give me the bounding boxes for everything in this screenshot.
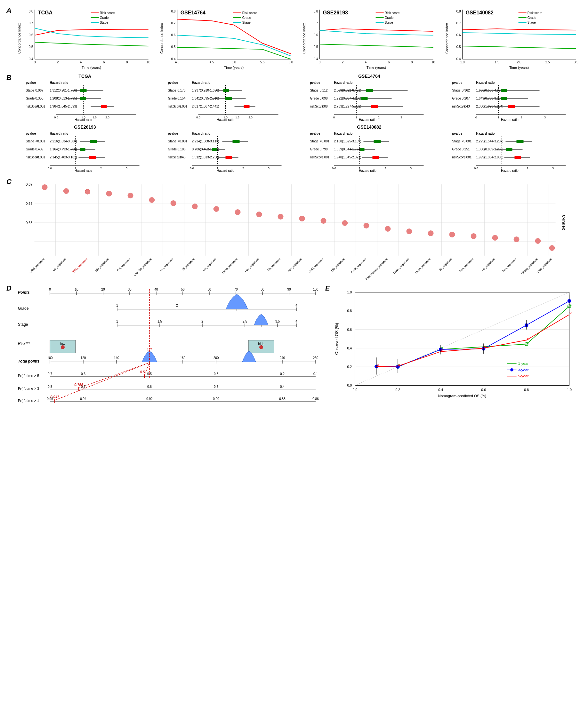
svg-text:1.0: 1.0 <box>460 61 464 64</box>
svg-text:4: 4 <box>365 61 367 64</box>
svg-text:0.6: 0.6 <box>147 385 152 388</box>
svg-text:1.0: 1.0 <box>347 290 352 294</box>
svg-text:2: 2 <box>100 167 102 170</box>
svg-text:3: 3 <box>268 167 270 170</box>
svg-text:0.8: 0.8 <box>29 9 33 13</box>
svg-text:0.7: 0.7 <box>456 21 461 25</box>
svg-rect-203 <box>89 156 96 159</box>
svg-text:Hazard ratio: Hazard ratio <box>75 118 92 121</box>
svg-text:Hazard ratio: Hazard ratio <box>359 118 376 121</box>
svg-text:0.0: 0.0 <box>347 383 352 387</box>
svg-text:Stage: Stage <box>310 140 318 143</box>
svg-text:3-year: 3-year <box>518 368 528 372</box>
svg-text:2.0: 2.0 <box>248 116 253 119</box>
svg-text:GSE14764: GSE14764 <box>181 10 206 15</box>
svg-text:2: 2 <box>384 167 386 170</box>
svg-text:Chaofen_signature: Chaofen_signature <box>133 257 152 277</box>
svg-text:0.5: 0.5 <box>214 385 218 388</box>
svg-text:Time (years): Time (years) <box>509 66 529 69</box>
svg-text:0.7: 0.7 <box>171 21 176 25</box>
svg-text:6: 6 <box>388 61 390 64</box>
svg-text:Hazard ratio: Hazard ratio <box>192 81 210 84</box>
svg-point-337 <box>492 235 498 241</box>
svg-text:Fei_signature: Fei_signature <box>116 257 131 272</box>
panel-de: D Points 0 10 20 30 40 <box>6 284 582 413</box>
svg-text:1.5: 1.5 <box>495 61 499 64</box>
svg-text:Cheng_signature: Cheng_signature <box>521 257 539 275</box>
svg-point-318 <box>85 189 90 194</box>
svg-text:Stage: Stage <box>452 140 461 143</box>
svg-text:1.5: 1.5 <box>235 116 239 119</box>
svg-text:Jin_signature: Jin_signature <box>438 257 453 272</box>
panel-a: A Concordance Index 0.4 0.5 0.6 0.7 0.8 <box>6 6 582 70</box>
svg-text:Stage: Stage <box>100 21 108 24</box>
svg-text:0.8: 0.8 <box>456 9 461 13</box>
svg-text:Hazard ratio: Hazard ratio <box>217 118 234 121</box>
panel-c: C <box>6 177 582 281</box>
svg-text:pvalue: pvalue <box>310 81 320 84</box>
svg-text:0: 0 <box>475 116 477 119</box>
svg-text:0.362: 0.362 <box>462 89 470 92</box>
svg-text:2: 2 <box>378 116 380 119</box>
svg-text:Lei_signature: Lei_signature <box>202 257 217 272</box>
svg-text:Nie_signature: Nie_signature <box>95 257 109 272</box>
svg-point-335 <box>449 232 455 237</box>
svg-point-334 <box>428 230 434 236</box>
svg-text:high: high <box>258 342 264 345</box>
svg-text:Risk score: Risk score <box>242 11 257 15</box>
svg-text:Hazard ratio: Hazard ratio <box>501 118 519 121</box>
svg-text:4.5: 4.5 <box>210 61 214 64</box>
svg-text:Na_signature: Na_signature <box>267 257 281 272</box>
svg-text:100: 100 <box>47 356 53 360</box>
svg-text:Pr( futime > 5: Pr( futime > 5 <box>18 374 39 378</box>
svg-rect-155 <box>371 105 378 108</box>
svg-text:1.948(1.345-2.821): 1.948(1.345-2.821) <box>334 155 361 159</box>
svg-text:0.6: 0.6 <box>481 388 486 392</box>
svg-rect-246 <box>360 148 364 151</box>
svg-text:50: 50 <box>181 288 185 291</box>
svg-text:20: 20 <box>101 288 105 291</box>
svg-text:×: × <box>483 344 486 349</box>
svg-text:2: 2 <box>342 61 344 64</box>
svg-text:0.207: 0.207 <box>462 97 470 100</box>
svg-point-325 <box>235 209 240 215</box>
svg-text:0.5: 0.5 <box>171 45 176 49</box>
gse140082-multivariate: . pvalue Hazard ratio Stage <0.001 2.225… <box>441 125 582 173</box>
svg-point-322 <box>170 200 176 206</box>
svg-point-419 <box>61 345 65 349</box>
svg-text:40: 40 <box>154 288 158 291</box>
svg-text:10: 10 <box>147 61 150 64</box>
svg-text:Hazard ratio: Hazard ratio <box>359 169 376 172</box>
svg-text:10: 10 <box>432 61 436 64</box>
svg-text:JinC_signature: JinC_signature <box>308 257 324 273</box>
svg-text:Bi_signature: Bi_signature <box>182 257 195 271</box>
svg-text:0.3: 0.3 <box>214 372 218 376</box>
svg-text:pvalue: pvalue <box>168 132 178 135</box>
svg-rect-217 <box>232 140 239 143</box>
svg-text:<0.001: <0.001 <box>35 155 45 159</box>
svg-text:0.4: 0.4 <box>314 57 318 61</box>
svg-text:pvalue: pvalue <box>310 132 320 135</box>
svg-text:2.216(1.634-3.006): 2.216(1.634-3.006) <box>49 140 77 143</box>
svg-text:Chen_signature: Chen_signature <box>536 257 552 274</box>
svg-text:2.017(1.667-2.441): 2.017(1.667-2.441) <box>192 105 219 108</box>
svg-rect-131 <box>244 105 249 108</box>
panel-e-content: 0.0 0.2 0.4 0.6 0.8 1.0 Observed OS (%) … <box>333 284 582 413</box>
svg-text:Stage: Stage <box>527 21 536 24</box>
svg-point-333 <box>406 229 412 234</box>
svg-text:0.350: 0.350 <box>35 97 43 100</box>
svg-text:Grade: Grade <box>168 97 177 100</box>
svg-text:×: × <box>398 362 400 367</box>
gse140082-title: GSE140082 <box>299 125 440 130</box>
svg-text:<0.001: <0.001 <box>35 105 45 108</box>
svg-text:0.2: 0.2 <box>347 365 352 369</box>
svg-text:0: 0 <box>49 288 51 291</box>
svg-text:<0.001: <0.001 <box>462 140 472 143</box>
svg-text:0.2: 0.2 <box>280 372 285 376</box>
svg-text:0.8: 0.8 <box>314 9 318 13</box>
svg-text:Total points: Total points <box>18 359 40 363</box>
svg-text:4: 4 <box>295 320 297 323</box>
svg-text:Hazard ratio: Hazard ratio <box>476 132 495 135</box>
gse14764-concordance-plot: Concordance Index 0.4 0.5 0.6 0.7 0.8 4.… <box>157 6 296 70</box>
svg-point-422 <box>259 345 263 349</box>
